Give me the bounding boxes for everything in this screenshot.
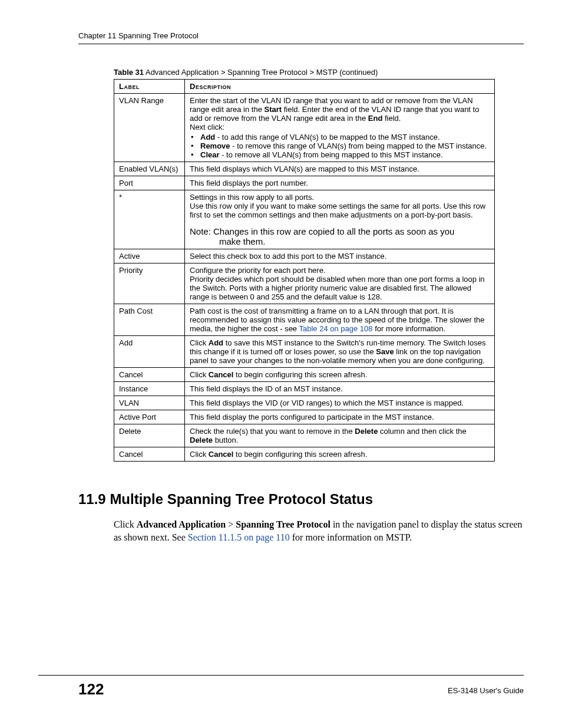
desc-cell: Click Cancel to begin configuring this s… (185, 447, 495, 462)
table-row: Cancel Click Cancel to begin configuring… (114, 447, 495, 462)
footer-guide-name: ES-3148 User's Guide (448, 686, 524, 695)
table-row: Active Select this check box to add this… (114, 249, 495, 263)
table-row: Enabled VLAN(s) This field displays whic… (114, 162, 495, 176)
table-row: Priority Configure the priority for each… (114, 263, 495, 304)
desc-cell: Settings in this row apply to all ports.… (185, 190, 495, 249)
table-row: VLAN Range Enter the start of the VLAN I… (114, 94, 495, 162)
desc-cell: Path cost is the cost of transmitting a … (185, 304, 495, 336)
table-row: Delete Check the rule(s) that you want t… (114, 424, 495, 447)
chapter-header: Chapter 11 Spanning Tree Protocol (78, 31, 524, 44)
table-row: Active Port This field display the ports… (114, 410, 495, 424)
desc-cell: This field displays the VID (or VID rang… (185, 396, 495, 410)
desc-cell: Enter the start of the VLAN ID range tha… (185, 94, 495, 162)
cross-ref-link[interactable]: Table 24 on page 108 (299, 324, 372, 333)
mstp-table: Label Description VLAN Range Enter the s… (114, 79, 495, 462)
list-item: Add - to add this range of VLAN(s) to be… (190, 133, 490, 141)
vlan-range-bullets: Add - to add this range of VLAN(s) to be… (190, 133, 490, 159)
label-cell: Active (114, 249, 185, 263)
desc-cell: This field displays the port number. (185, 176, 495, 190)
desc-cell: Select this check box to add this port t… (185, 249, 495, 263)
label-cell: Priority (114, 263, 185, 304)
desc-cell: This field display the ports configured … (185, 410, 495, 424)
label-cell: VLAN Range (114, 94, 185, 162)
label-cell: Cancel (114, 447, 185, 462)
desc-cell: Configure the priority for each port her… (185, 263, 495, 304)
table-row: Instance This field displays the ID of a… (114, 382, 495, 396)
desc-cell: Click Add to save this MST instance to t… (185, 336, 495, 368)
cross-ref-link[interactable]: Section 11.1.5 on page 110 (188, 532, 290, 542)
col-header-label: Label (114, 80, 185, 94)
label-cell: Cancel (114, 368, 185, 382)
section-heading: 11.9 Multiple Spanning Tree Protocol Sta… (78, 491, 524, 508)
table-caption: Table 31 Advanced Application > Spanning… (114, 68, 524, 77)
page-footer: ES-3148 User's Guide 122 (38, 675, 524, 699)
label-cell: Path Cost (114, 304, 185, 336)
label-cell: * (114, 190, 185, 249)
table-row: Path Cost Path cost is the cost of trans… (114, 304, 495, 336)
label-cell: Add (114, 336, 185, 368)
section-paragraph: Click Advanced Application > Spanning Tr… (114, 518, 524, 543)
table-row: Cancel Click Cancel to begin configuring… (114, 368, 495, 382)
note: Note: Changes in this row are copied to … (190, 226, 490, 246)
label-cell: Instance (114, 382, 185, 396)
label-cell: Enabled VLAN(s) (114, 162, 185, 176)
label-cell: Active Port (114, 410, 185, 424)
desc-cell: Check the rule(s) that you want to remov… (185, 424, 495, 447)
label-cell: Delete (114, 424, 185, 447)
table-caption-text: Advanced Application > Spanning Tree Pro… (144, 68, 378, 77)
list-item: Clear - to remove all VLAN(s) from being… (190, 150, 490, 159)
label-cell: Port (114, 176, 185, 190)
list-item: Remove - to remove this range of VLAN(s)… (190, 141, 490, 150)
table-row: * Settings in this row apply to all port… (114, 190, 495, 249)
col-header-description: Description (185, 80, 495, 94)
table-number: Table 31 (114, 68, 144, 77)
desc-cell: This field displays the ID of an MST ins… (185, 382, 495, 396)
desc-cell: This field displays which VLAN(s) are ma… (185, 162, 495, 176)
table-row: Add Click Add to save this MST instance … (114, 336, 495, 368)
label-cell: VLAN (114, 396, 185, 410)
desc-cell: Click Cancel to begin configuring this s… (185, 368, 495, 382)
table-row: Port This field displays the port number… (114, 176, 495, 190)
table-row: VLAN This field displays the VID (or VID… (114, 396, 495, 410)
page-number: 122 (78, 680, 104, 698)
